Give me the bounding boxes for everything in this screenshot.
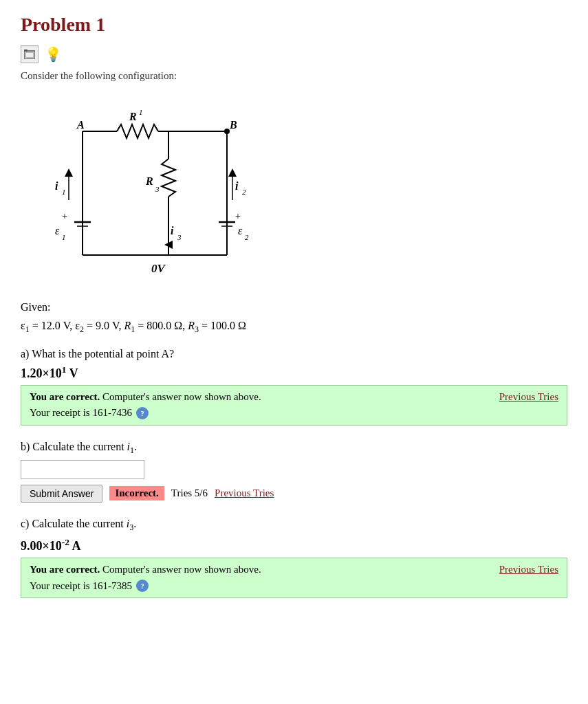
svg-text:ε: ε [55,225,60,236]
svg-text:2: 2 [242,188,246,196]
part-c-prev-tries[interactable]: Previous Tries [499,564,558,575]
svg-text:B: B [229,119,237,131]
svg-text:i: i [55,180,58,192]
svg-text:R: R [129,111,137,122]
part-b-label: b) Calculate the current i1. [21,441,567,456]
part-b-prev-tries[interactable]: Previous Tries [215,487,274,499]
svg-text:i: i [235,180,239,192]
svg-text:0V: 0V [151,262,166,275]
part-a-correct-text: You are correct. Computer's answer now s… [30,391,261,403]
consider-text: Consider the following configuration: [21,70,567,82]
circuit-diagram: A B R 1 R 3 i 1 + ε 1 [41,90,567,285]
given-values: ε1 = 12.0 V, ε2 = 9.0 V, R1 = 800.0 Ω, R… [21,316,567,337]
svg-rect-2 [25,52,34,58]
part-c-section: c) Calculate the current i3. 9.00×10-2 A… [21,518,567,598]
part-c-answer: 9.00×10-2 A [21,537,567,553]
svg-text:3: 3 [177,233,182,241]
part-b-section: b) Calculate the current i1. Submit Answ… [21,441,567,503]
part-a-correct-box: You are correct. Computer's answer now s… [21,385,567,426]
part-c-label: c) Calculate the current i3. [21,518,567,533]
problem-title: Problem 1 [21,14,567,36]
svg-text:A: A [76,119,85,131]
svg-text:R: R [145,175,153,187]
svg-text:+: + [235,211,241,221]
svg-text:1: 1 [139,108,143,116]
part-b-incorrect-badge: Incorrect. [109,486,164,500]
part-c-you-are-correct: You are correct. [30,564,100,575]
part-c-correct-box: You are correct. Computer's answer now s… [21,558,567,598]
part-c-correct-text: You are correct. Computer's answer now s… [30,564,261,575]
svg-text:1: 1 [62,233,66,241]
svg-text:ε: ε [238,225,243,236]
part-a-label: a) What is the potential at point A? [21,348,567,360]
part-c-receipt: Your receipt is 161-7385 [30,580,132,592]
svg-rect-1 [24,50,28,52]
svg-text:2: 2 [245,233,249,241]
part-b-submit-button[interactable]: Submit Answer [21,485,102,503]
part-a-prev-tries[interactable]: Previous Tries [499,391,558,403]
given-section: Given: ε1 = 12.0 V, ε2 = 9.0 V, R1 = 800… [21,298,567,337]
svg-text:1: 1 [62,188,66,196]
part-a-info-icon[interactable]: ? [136,407,149,419]
part-b-tries-text: Tries 5/6 [171,487,208,499]
svg-text:+: + [62,211,67,221]
svg-text:3: 3 [155,185,160,193]
part-a-receipt: Your receipt is 161-7436 [30,407,132,419]
toolbar: 💡 [21,45,567,63]
hint-icon[interactable]: 💡 [44,45,62,63]
part-b-input[interactable] [21,460,144,479]
part-a-you-are-correct: You are correct. [30,391,100,402]
svg-point-8 [224,129,230,134]
part-c-info-icon[interactable]: ? [136,580,149,592]
svg-text:i: i [171,225,174,236]
screenshot-icon[interactable] [21,45,39,63]
part-a-section: a) What is the potential at point A? 1.2… [21,348,567,426]
part-a-answer: 1.20×101 V [21,364,567,381]
given-label: Given: [21,298,567,316]
